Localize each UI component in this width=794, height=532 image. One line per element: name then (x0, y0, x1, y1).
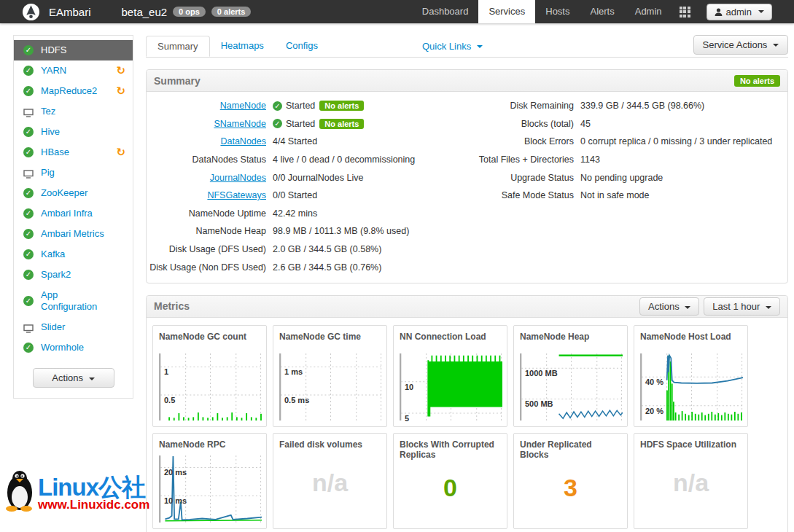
sidebar-item-app-configuration[interactable]: ✓App Configuration (14, 285, 133, 317)
service-actions-button[interactable]: Service Actions (693, 35, 789, 55)
metric-card-namenode-host-load[interactable]: NameNode Host Load40 %20 % (634, 325, 748, 427)
service-tabs: SummaryHeatmapsConfigs Quick Links Servi… (146, 35, 788, 58)
sidebar-item-slider[interactable]: Slider (14, 317, 133, 337)
no-alerts-badge[interactable]: No alerts (734, 75, 780, 87)
nav-item-alerts[interactable]: Alerts (580, 0, 624, 23)
summary-value: 0/0 Started (273, 190, 317, 200)
summary-label: Disk Usage (DFS Used) (148, 244, 266, 254)
summary-component-link[interactable]: SNameNode (148, 119, 266, 129)
summary-value-text: No pending upgrade (580, 173, 663, 183)
nav-item-admin[interactable]: Admin (625, 0, 672, 23)
time-range-button[interactable]: Last 1 hour (704, 297, 780, 316)
summary-value-text: Not in safe mode (580, 190, 650, 200)
summary-component-link[interactable]: JournalNodes (148, 173, 266, 183)
caret-down-icon (89, 378, 95, 380)
tab-summary[interactable]: Summary (146, 36, 210, 57)
summary-component-link[interactable]: DataNodes (148, 136, 266, 146)
sidebar-item-kafka[interactable]: ✓Kafka (14, 244, 133, 265)
sidebar-actions-button[interactable]: Actions (33, 368, 114, 388)
sidebar-item-label: MapReduce2 (41, 85, 97, 97)
summary-value: 98.9 MB / 1011.3 MB (9.8% used) (273, 226, 409, 236)
nav-item-services[interactable]: Services (478, 0, 535, 23)
service-ok-icon: ✓ (23, 45, 34, 55)
summary-row: SNameNode✓StartedNo alerts (148, 115, 463, 133)
quick-links-label: Quick Links (422, 41, 471, 52)
metric-card-hdfs-space-utilization[interactable]: HDFS Space Utilizationn/a (634, 433, 748, 529)
chart-ytick-label: 1 ms (284, 368, 303, 376)
tab-heatmaps[interactable]: Heatmaps (210, 36, 275, 56)
alerts-count-badge[interactable]: 0 alerts (211, 7, 252, 17)
metric-card-failed-disk-volumes[interactable]: Failed disk volumesn/a (273, 433, 387, 529)
summary-label: Upgrade Status (463, 173, 574, 183)
app-brand[interactable]: EAmbari (49, 6, 91, 18)
client-service-icon (23, 323, 34, 332)
sidebar-item-ambari-infra[interactable]: ✓Ambari Infra (14, 203, 133, 224)
sidebar-item-tez[interactable]: Tez (14, 101, 133, 122)
metric-card-title: NN Connection Load (400, 332, 501, 342)
metric-card-nn-connection-load[interactable]: NN Connection Load105 (393, 325, 507, 427)
sidebar-item-hbase[interactable]: ✓HBase↻ (14, 142, 133, 163)
metric-chart-plot: 105 (400, 353, 502, 420)
metric-chart-plot: 1 ms0.5 ms (279, 353, 382, 420)
caret-down-icon (685, 306, 690, 309)
user-menu-button[interactable]: admin (707, 4, 772, 20)
summary-row: Blocks (total)45 (463, 115, 780, 133)
sidebar-actions-label: Actions (52, 372, 83, 383)
service-ok-icon: ✓ (23, 270, 34, 280)
sidebar-item-zookeeper[interactable]: ✓ZooKeeper (14, 183, 133, 203)
summary-component-link[interactable]: NFSGateways (148, 190, 266, 200)
summary-label: DataNodes Status (148, 154, 266, 165)
quick-links-dropdown[interactable]: Quick Links (422, 41, 483, 52)
metric-card-namenode-heap[interactable]: NameNode Heap1000 MB500 MB (513, 325, 628, 427)
caret-down-icon (477, 45, 483, 48)
summary-label: Blocks (total) (463, 119, 574, 129)
summary-value-text: Started (286, 101, 315, 111)
no-alerts-badge: No alerts (319, 101, 364, 111)
sidebar-item-hive[interactable]: ✓Hive (14, 122, 133, 142)
sidebar-item-ambari-metrics[interactable]: ✓Ambari Metrics (14, 224, 133, 244)
summary-row: NameNode Heap98.9 MB / 1011.3 MB (9.8% u… (148, 222, 463, 240)
chart-ytick-label: 500 MB (525, 400, 553, 408)
tab-configs[interactable]: Configs (275, 36, 329, 56)
metric-card-namenode-gc-time[interactable]: NameNode GC time1 ms0.5 ms (273, 325, 387, 427)
metric-value: n/a (640, 450, 742, 523)
metrics-actions-button[interactable]: Actions (639, 297, 699, 316)
summary-value: 339.9 GB / 344.5 GB (98.66%) (580, 101, 704, 111)
service-ok-icon: ✓ (23, 229, 34, 239)
summary-value: 45 (580, 119, 591, 129)
summary-row: Safe Mode StatusNot in safe mode (463, 187, 780, 205)
sidebar-item-spark2[interactable]: ✓Spark2 (14, 265, 133, 285)
watermark-url[interactable]: www.Linuxidc.com (38, 498, 149, 512)
sidebar-item-yarn[interactable]: ✓YARN↻ (14, 60, 133, 81)
summary-row: JournalNodes0/0 JournalNodes Live (148, 168, 463, 187)
views-grid-icon[interactable] (680, 7, 690, 17)
metric-card-namenode-rpc[interactable]: NameNode RPC20 ms10 ms (152, 433, 267, 529)
sidebar-item-label: Ambari Metrics (41, 228, 104, 240)
summary-value-text: 98.9 MB / 1011.3 MB (9.8% used) (273, 226, 409, 236)
metric-card-under-replicated-blocks[interactable]: Under Replicated Blocks3 (513, 433, 628, 529)
sidebar-item-label: Hive (41, 126, 60, 138)
ambari-logo-icon[interactable] (22, 3, 40, 21)
service-ok-icon: ✓ (23, 147, 34, 157)
sidebar-item-mapreduce2[interactable]: ✓MapReduce2↻ (14, 81, 133, 101)
service-ok-icon: ✓ (23, 296, 34, 306)
summary-value-text: 4/4 Started (273, 136, 317, 146)
sidebar-item-wormhole[interactable]: ✓Wormhole (14, 337, 133, 358)
summary-value: 0 corrupt replica / 0 missing / 3 under … (580, 136, 772, 146)
restart-required-icon: ↻ (116, 86, 125, 96)
chart-ytick-label: 1 (164, 368, 168, 376)
summary-row: Block Errors0 corrupt replica / 0 missin… (463, 133, 780, 151)
metric-card-namenode-gc-count[interactable]: NameNode GC count10.5 (152, 325, 267, 427)
metric-card-blocks-with-corrupted-replicas[interactable]: Blocks With Corrupted Replicas0 (393, 433, 507, 529)
metric-card-title: NameNode Heap (520, 332, 621, 342)
summary-component-link[interactable]: NameNode (148, 101, 266, 111)
summary-value: 0/0 JournalNodes Live (273, 173, 363, 183)
sidebar-item-hdfs[interactable]: ✓HDFS (14, 40, 133, 60)
sidebar-item-pig[interactable]: Pig (14, 163, 133, 183)
metrics-panel-header: Metrics Actions Last 1 hour (147, 296, 787, 318)
nav-item-hosts[interactable]: Hosts (535, 0, 580, 23)
cluster-name[interactable]: beta_eu2 (122, 6, 168, 18)
metric-card-title: HDFS Space Utilization (640, 439, 742, 450)
nav-item-dashboard[interactable]: Dashboard (412, 0, 479, 23)
ops-count-badge[interactable]: 0 ops (173, 7, 206, 17)
